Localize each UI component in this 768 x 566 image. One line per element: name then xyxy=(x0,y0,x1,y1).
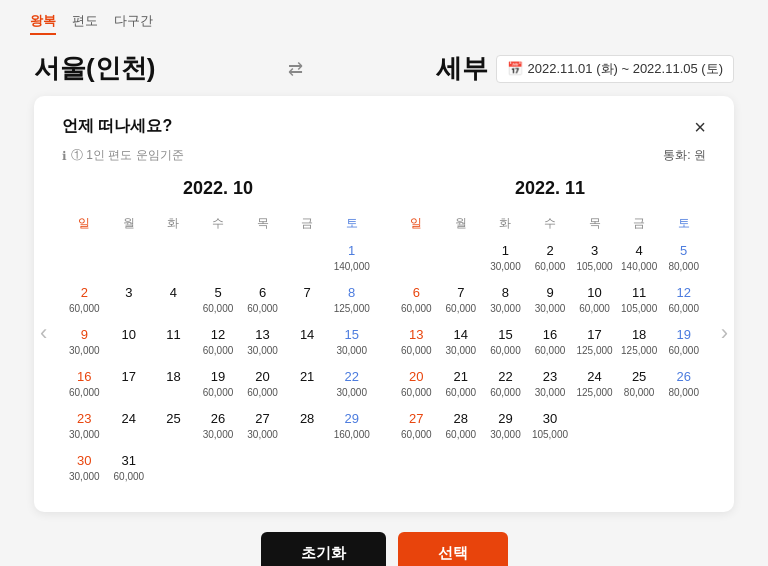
info-icon: ℹ xyxy=(62,149,67,163)
cal-day-cell[interactable]: 1530,000 xyxy=(329,324,374,362)
tab-round-trip[interactable]: 왕복 xyxy=(30,12,56,35)
day-price: 60,000 xyxy=(446,387,477,398)
cal-day-cell[interactable]: 1560,000 xyxy=(483,324,528,362)
prev-month-arrow[interactable]: ‹ xyxy=(40,320,47,346)
cal-day-cell[interactable]: 660,000 xyxy=(394,282,439,320)
day-number: 16 xyxy=(543,327,557,344)
cal-day-cell[interactable]: 24125,000 xyxy=(572,366,617,404)
cal-day-cell[interactable]: 2330,000 xyxy=(528,366,573,404)
cal-day-cell[interactable]: 560,000 xyxy=(196,282,241,320)
cal-day-cell[interactable]: 2860,000 xyxy=(439,408,484,446)
day-number: 1 xyxy=(348,243,355,260)
cal-day-cell[interactable]: 3105,000 xyxy=(572,240,617,278)
cal-day-cell[interactable]: 2730,000 xyxy=(240,408,285,446)
cal-day-cell[interactable]: 3 xyxy=(107,282,152,320)
close-button[interactable]: × xyxy=(694,117,706,137)
cal-day-cell[interactable]: 580,000 xyxy=(661,240,706,278)
cal-day-cell[interactable]: 2160,000 xyxy=(439,366,484,404)
cal-day-cell[interactable]: 1660,000 xyxy=(528,324,573,362)
cal-day-cell[interactable]: 1360,000 xyxy=(394,324,439,362)
cal-day-cell[interactable]: 130,000 xyxy=(483,240,528,278)
cal-day-cell[interactable]: 8125,000 xyxy=(329,282,374,320)
day-number: 15 xyxy=(344,327,358,344)
cal-day-cell[interactable]: 24 xyxy=(107,408,152,446)
day-price: 60,000 xyxy=(490,387,521,398)
cal-day-cell[interactable]: 2330,000 xyxy=(62,408,107,446)
cal-day-cell[interactable]: 930,000 xyxy=(62,324,107,362)
cal-day-cell[interactable]: 1260,000 xyxy=(196,324,241,362)
swap-icon[interactable]: ⇄ xyxy=(288,58,303,80)
cal-day-cell[interactable]: 1960,000 xyxy=(196,366,241,404)
day-number: 25 xyxy=(632,369,646,386)
cal-day-cell[interactable]: 260,000 xyxy=(62,282,107,320)
cal-day-cell[interactable]: 2680,000 xyxy=(661,366,706,404)
cal-day-cell xyxy=(617,408,662,446)
cal-day-cell[interactable]: 11 xyxy=(151,324,196,362)
cal-day-cell[interactable]: 3030,000 xyxy=(62,450,107,488)
day-price: 30,000 xyxy=(69,345,100,356)
cal-day-cell[interactable]: 2260,000 xyxy=(483,366,528,404)
cal-day-cell[interactable]: 2060,000 xyxy=(240,366,285,404)
reset-button[interactable]: 초기화 xyxy=(261,532,386,566)
cal-day-cell[interactable]: 28 xyxy=(285,408,330,446)
cal-day-cell[interactable]: 1260,000 xyxy=(661,282,706,320)
cal-day-cell[interactable]: 17 xyxy=(107,366,152,404)
next-month-arrow[interactable]: › xyxy=(721,320,728,346)
cal-day-cell[interactable]: 660,000 xyxy=(240,282,285,320)
cal-header-row: 언제 떠나세요? × xyxy=(62,116,706,137)
day-number: 14 xyxy=(454,327,468,344)
day-price: 60,000 xyxy=(401,429,432,440)
oct-mon-header: 월 xyxy=(107,211,152,236)
cal-day-cell[interactable]: 4140,000 xyxy=(617,240,662,278)
cal-day-cell[interactable]: 2930,000 xyxy=(483,408,528,446)
destination-label: 세부 xyxy=(436,51,488,86)
cal-day-cell[interactable]: 930,000 xyxy=(528,282,573,320)
cal-day-cell[interactable]: 1060,000 xyxy=(572,282,617,320)
cal-day-cell[interactable]: 2580,000 xyxy=(617,366,662,404)
cal-day-cell[interactable]: 29160,000 xyxy=(329,408,374,446)
cal-day-cell[interactable]: 7 xyxy=(285,282,330,320)
cal-day-cell[interactable]: 760,000 xyxy=(439,282,484,320)
cal-day-cell[interactable]: 1140,000 xyxy=(329,240,374,278)
cal-day-cell[interactable]: 1430,000 xyxy=(439,324,484,362)
day-price: 30,000 xyxy=(69,471,100,482)
cal-day-cell[interactable]: 1960,000 xyxy=(661,324,706,362)
day-number: 5 xyxy=(680,243,687,260)
day-number: 9 xyxy=(81,327,88,344)
november-month-title: 2022. 11 xyxy=(394,178,706,199)
cal-day-cell[interactable]: 17125,000 xyxy=(572,324,617,362)
day-price: 60,000 xyxy=(203,387,234,398)
day-number: 24 xyxy=(122,411,136,428)
cal-day-cell[interactable]: 30105,000 xyxy=(528,408,573,446)
tab-multi[interactable]: 다구간 xyxy=(114,12,153,35)
cal-day-cell[interactable]: 2630,000 xyxy=(196,408,241,446)
cal-day-cell[interactable]: 21 xyxy=(285,366,330,404)
cal-day-cell[interactable]: 10 xyxy=(107,324,152,362)
day-number: 21 xyxy=(300,369,314,386)
cal-day-cell[interactable]: 4 xyxy=(151,282,196,320)
cal-day-cell[interactable]: 830,000 xyxy=(483,282,528,320)
day-price: 60,000 xyxy=(401,303,432,314)
day-price: 30,000 xyxy=(490,261,521,272)
select-button[interactable]: 선택 xyxy=(398,532,508,566)
date-range-badge[interactable]: 📅 2022.11.01 (화) ~ 2022.11.05 (토) xyxy=(496,55,734,83)
top-tabs: 왕복 편도 다구간 xyxy=(0,12,183,35)
cal-day-cell[interactable]: 2760,000 xyxy=(394,408,439,446)
cal-day-cell[interactable]: 18 xyxy=(151,366,196,404)
tab-one-way[interactable]: 편도 xyxy=(72,12,98,35)
cal-day-cell[interactable]: 2060,000 xyxy=(394,366,439,404)
cal-day-cell[interactable]: 2230,000 xyxy=(329,366,374,404)
day-number: 16 xyxy=(77,369,91,386)
cal-day-cell[interactable]: 14 xyxy=(285,324,330,362)
cal-day-cell[interactable]: 1330,000 xyxy=(240,324,285,362)
cal-day-cell[interactable]: 25 xyxy=(151,408,196,446)
cal-day-cell[interactable]: 18125,000 xyxy=(617,324,662,362)
page-wrapper: 왕복 편도 다구간 서울(인천) ⇄ 세부 📅 2022.11.01 (화) ~… xyxy=(0,0,768,566)
day-number: 6 xyxy=(259,285,266,302)
cal-day-cell xyxy=(196,450,241,488)
cal-day-cell[interactable]: 11105,000 xyxy=(617,282,662,320)
day-price: 60,000 xyxy=(69,387,100,398)
cal-day-cell[interactable]: 260,000 xyxy=(528,240,573,278)
cal-day-cell[interactable]: 1660,000 xyxy=(62,366,107,404)
cal-day-cell[interactable]: 3160,000 xyxy=(107,450,152,488)
